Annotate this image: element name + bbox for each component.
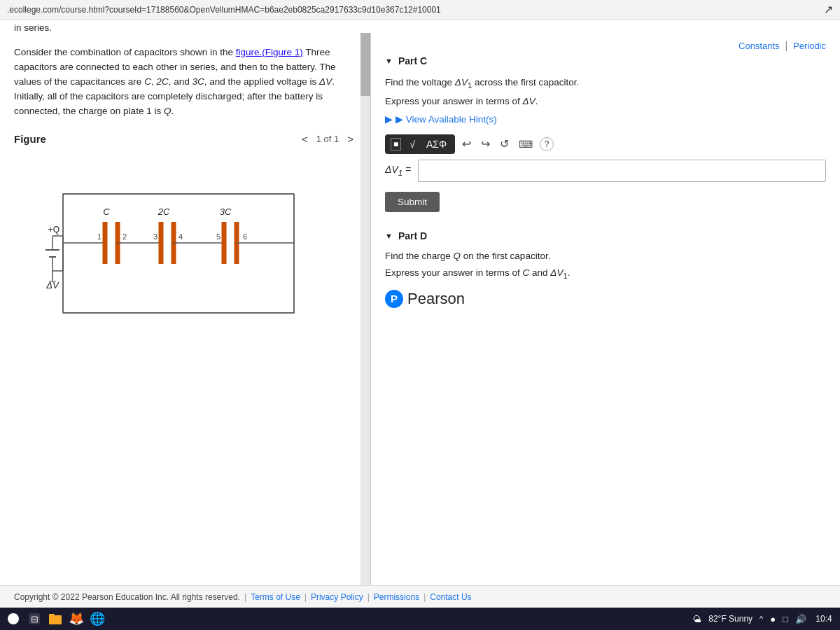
svg-point-35 bbox=[8, 613, 19, 624]
svg-rect-0 bbox=[63, 194, 294, 313]
svg-text:3: 3 bbox=[153, 232, 158, 241]
part-d-label: Part D bbox=[398, 230, 427, 241]
footer: Copyright © 2022 Pearson Education Inc. … bbox=[0, 585, 840, 608]
figure-next-button[interactable]: > bbox=[344, 133, 356, 145]
question-d-text: Find the charge Q on the first capacitor… bbox=[385, 248, 826, 264]
scrollbar-thumb[interactable] bbox=[360, 33, 370, 96]
figure-link[interactable]: figure.(Figure 1) bbox=[236, 47, 303, 57]
svg-text:⊟: ⊟ bbox=[31, 614, 38, 624]
matrix-icon[interactable]: ■ bbox=[391, 138, 401, 150]
separator: | bbox=[785, 40, 788, 51]
terms-link[interactable]: Terms of Use bbox=[251, 592, 300, 602]
svg-text:5: 5 bbox=[216, 232, 220, 241]
answer-row-c: ΔV1 = bbox=[385, 160, 826, 182]
answer-note-c: Express your answer in terms of ΔV. bbox=[385, 96, 826, 106]
start-button[interactable] bbox=[6, 611, 21, 626]
copyright-text: Copyright © 2022 Pearson Education Inc. … bbox=[14, 592, 240, 602]
math-toolbar-box: ■ √ ΑΣΦ bbox=[385, 134, 455, 154]
taskbar-right: 🌤 82°F Sunny ^ ● □ 🔊 10:4 bbox=[692, 614, 834, 624]
browser-taskbar-icon[interactable]: 🦊 bbox=[69, 611, 84, 626]
speaker-icon[interactable]: 🔊 bbox=[795, 614, 806, 624]
svg-text:2C: 2C bbox=[158, 206, 170, 217]
constants-link[interactable]: Constants bbox=[738, 41, 780, 51]
figure-label: Figure bbox=[14, 133, 46, 145]
circuit-svg: C 2C 3C 1 2 3 4 5 6 +Q bbox=[21, 173, 322, 341]
problem-description: Consider the combination of capacitors s… bbox=[0, 33, 370, 126]
search-taskbar-icon[interactable]: ⊟ bbox=[27, 611, 42, 626]
figure-section: Figure < 1 of 1 > bbox=[0, 126, 370, 585]
permissions-link[interactable]: Permissions bbox=[374, 592, 419, 602]
answer-c-label: ΔV1 = bbox=[385, 164, 411, 177]
up-arrow-icon[interactable]: ^ bbox=[760, 615, 763, 623]
question-c-text: Find the voltage ΔV1 across the first ca… bbox=[385, 75, 826, 92]
weather-text: 82°F Sunny bbox=[708, 614, 752, 624]
math-toolbar-icons: ↩ ↪ ↺ ⌨ ? bbox=[459, 136, 554, 152]
url-text: .ecollege.com/course.html?courseId=17188… bbox=[7, 5, 441, 15]
greek-btn[interactable]: ΑΣΦ bbox=[424, 137, 449, 151]
pearson-label: Pearson bbox=[407, 290, 465, 308]
hint-triangle: ▶ bbox=[385, 113, 393, 125]
svg-text:6: 6 bbox=[243, 232, 247, 241]
periodic-link[interactable]: Periodic bbox=[793, 41, 826, 51]
pearson-p-icon: P bbox=[385, 290, 403, 308]
svg-text:1: 1 bbox=[97, 232, 102, 241]
left-panel-scrollbar[interactable] bbox=[360, 33, 370, 585]
answer-c-input[interactable] bbox=[418, 160, 826, 182]
pearson-logo: P Pearson bbox=[385, 290, 826, 308]
chrome-taskbar-icon[interactable]: 🌐 bbox=[90, 611, 105, 626]
figure-page: 1 of 1 bbox=[316, 134, 340, 144]
hint-label: ▶ View Available Hint(s) bbox=[396, 113, 497, 125]
circuit-diagram: C 2C 3C 1 2 3 4 5 6 +Q bbox=[21, 173, 356, 343]
svg-text:4: 4 bbox=[178, 232, 183, 241]
svg-rect-39 bbox=[49, 614, 55, 617]
contact-link[interactable]: Contact Us bbox=[430, 592, 471, 602]
part-d-header: ▼ Part D bbox=[385, 230, 826, 241]
math-toolbar: ■ √ ΑΣΦ ↩ ↪ ↺ ⌨ ? bbox=[385, 134, 826, 154]
figure-prev-button[interactable]: < bbox=[299, 133, 311, 145]
browser-icon: ↗ bbox=[824, 3, 833, 16]
part-c-label: Part C bbox=[398, 55, 427, 66]
right-panel: Constants | Periodic ▼ Part C Find the v… bbox=[371, 33, 840, 585]
part-d-triangle: ▼ bbox=[385, 232, 393, 240]
sqrt-btn[interactable]: √ bbox=[407, 137, 418, 151]
figure-nav: < 1 of 1 > bbox=[299, 133, 356, 145]
redo-btn[interactable]: ↪ bbox=[478, 136, 493, 152]
intro-text: Consider the combination of capacitors s… bbox=[14, 47, 236, 57]
weather-icon: 🌤 bbox=[692, 614, 701, 624]
privacy-link[interactable]: Privacy Policy bbox=[311, 592, 363, 602]
taskbar: ⊟ 🦊 🌐 🌤 82°F Sunny ^ ● □ 🔊 10:4 bbox=[0, 608, 840, 630]
taskbar-left: ⊟ 🦊 🌐 bbox=[6, 611, 105, 626]
left-panel: Consider the combination of capacitors s… bbox=[0, 33, 371, 585]
svg-text:3C: 3C bbox=[220, 206, 232, 217]
help-btn[interactable]: ? bbox=[540, 137, 554, 151]
clock: 10:4 bbox=[813, 614, 834, 624]
part-c-header: ▼ Part C bbox=[385, 55, 826, 66]
svg-text:C: C bbox=[103, 206, 110, 217]
network-icon[interactable]: ● bbox=[770, 614, 776, 624]
file-explorer-icon[interactable] bbox=[48, 611, 63, 626]
part-c-triangle: ▼ bbox=[385, 57, 393, 65]
refresh-btn[interactable]: ↺ bbox=[497, 136, 512, 152]
hint-link[interactable]: ▶ ▶ View Available Hint(s) bbox=[385, 113, 826, 125]
submit-button[interactable]: Submit bbox=[385, 192, 440, 212]
answer-note-d: Express your answer in terms of C and ΔV… bbox=[385, 267, 826, 280]
url-bar: .ecollege.com/course.html?courseId=17188… bbox=[0, 0, 840, 20]
undo-btn[interactable]: ↩ bbox=[459, 136, 474, 152]
keyboard-btn[interactable]: ⌨ bbox=[516, 137, 536, 151]
svg-text:2: 2 bbox=[122, 232, 127, 241]
svg-text:+Q: +Q bbox=[48, 225, 59, 234]
monitor-icon[interactable]: □ bbox=[783, 614, 788, 624]
in-series-label: in series. bbox=[14, 22, 52, 33]
